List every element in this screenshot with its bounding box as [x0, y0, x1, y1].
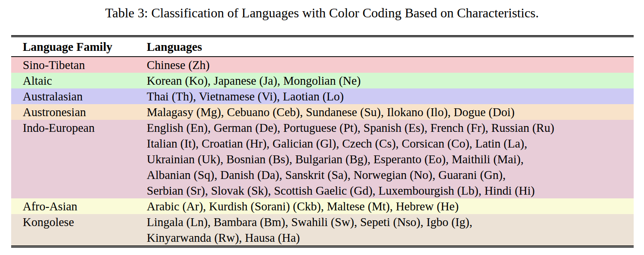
classification-table: Language Family Languages Sino-Tibetan C…: [11, 35, 634, 248]
languages-cell: Arabic (Ar), Kurdish (Sorani) (Ckb), Mal…: [147, 198, 634, 214]
family-cell: Afro-Asian: [11, 198, 147, 214]
languages-cell: English (En), German (De), Portuguese (P…: [147, 120, 634, 198]
languages-cell: Chinese (Zh): [147, 57, 634, 73]
table-row-australasian: Australasian Thai (Th), Vietnamese (Vi),…: [11, 88, 634, 104]
table-row-indo-european: Indo-European English (En), German (De),…: [11, 120, 634, 198]
languages-cell: Lingala (Ln), Bambara (Bm), Swahili (Sw)…: [147, 214, 634, 245]
table-header-row: Language Family Languages: [11, 37, 634, 56]
family-cell: Kongolese: [11, 214, 147, 230]
table-row-afro-asian: Afro-Asian Arabic (Ar), Kurdish (Sorani)…: [11, 198, 634, 214]
family-cell: Indo-European: [11, 120, 147, 136]
languages-cell: Korean (Ko), Japanese (Ja), Mongolian (N…: [147, 73, 634, 88]
family-cell: Australasian: [11, 88, 147, 104]
table-row-kongolese: Kongolese Lingala (Ln), Bambara (Bm), Sw…: [11, 214, 634, 245]
table-caption: Table 3: Classification of Languages wit…: [0, 0, 644, 21]
column-header-language-family: Language Family: [11, 37, 147, 56]
family-cell: Altaic: [11, 73, 147, 88]
table-row-austronesian: Austronesian Malagasy (Mg), Cebuano (Ceb…: [11, 104, 634, 120]
family-cell: Austronesian: [11, 104, 147, 120]
languages-cell: Thai (Th), Vietnamese (Vi), Laotian (Lo): [147, 88, 634, 104]
bottom-rule: [11, 245, 634, 248]
column-header-languages: Languages: [147, 37, 634, 56]
table-row-altaic: Altaic Korean (Ko), Japanese (Ja), Mongo…: [11, 73, 634, 88]
table-row-sino-tibetan: Sino-Tibetan Chinese (Zh): [11, 57, 634, 73]
family-cell: Sino-Tibetan: [11, 57, 147, 73]
languages-cell: Malagasy (Mg), Cebuano (Ceb), Sundanese …: [147, 104, 634, 120]
